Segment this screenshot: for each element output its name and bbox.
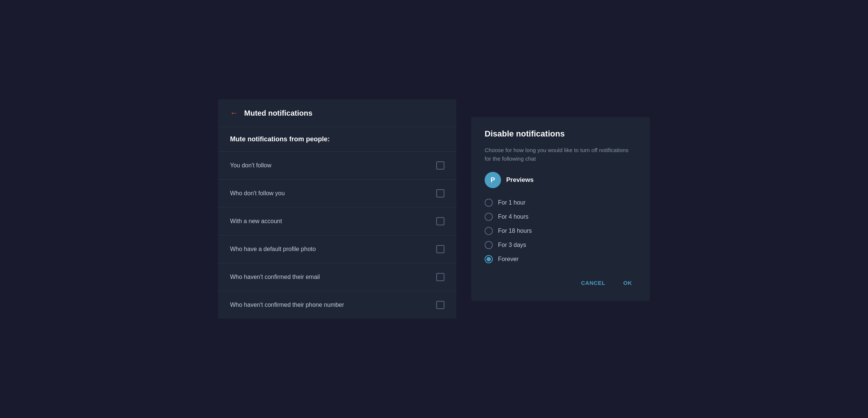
disable-title: Disable notifications (485, 129, 636, 139)
radio-options: For 1 hour For 4 hours For 18 hours For … (485, 199, 636, 263)
mute-item-2[interactable]: With a new account (218, 208, 456, 235)
mute-checkbox-3[interactable] (436, 245, 444, 253)
chat-preview: P Previews (485, 172, 636, 188)
mute-item-0[interactable]: You don't follow (218, 152, 456, 180)
mute-checkbox-2[interactable] (436, 217, 444, 225)
radio-circle-2[interactable] (485, 227, 493, 235)
dialog-buttons: CANCEL OK (485, 277, 636, 289)
mute-item-3[interactable]: Who have a default profile photo (218, 235, 456, 263)
radio-inner-4 (486, 257, 491, 261)
radio-label-1: For 4 hours (498, 213, 529, 220)
radio-circle-1[interactable] (485, 213, 493, 221)
mute-item-1[interactable]: Who don't follow you (218, 180, 456, 208)
muted-notifications-panel: ← Muted notifications Mute notifications… (218, 99, 456, 319)
radio-label-3: For 3 days (498, 242, 526, 248)
radio-label-0: For 1 hour (498, 199, 526, 206)
back-arrow-icon[interactable]: ← (230, 108, 238, 118)
disable-subtitle: Choose for how long you would like to tu… (485, 146, 636, 163)
avatar: P (485, 172, 501, 188)
radio-item-2[interactable]: For 18 hours (485, 227, 636, 235)
mute-item-5[interactable]: Who haven't confirmed their phone number (218, 291, 456, 319)
mute-item-label-2: With a new account (230, 218, 282, 225)
radio-item-4[interactable]: Forever (485, 255, 636, 263)
radio-item-3[interactable]: For 3 days (485, 241, 636, 249)
mute-checkbox-0[interactable] (436, 161, 444, 170)
mute-item-label-4: Who haven't confirmed their email (230, 274, 320, 280)
radio-circle-0[interactable] (485, 199, 493, 207)
radio-item-0[interactable]: For 1 hour (485, 199, 636, 207)
radio-item-1[interactable]: For 4 hours (485, 213, 636, 221)
mute-item-label-0: You don't follow (230, 162, 271, 169)
mute-checkbox-5[interactable] (436, 301, 444, 309)
mute-item-4[interactable]: Who haven't confirmed their email (218, 263, 456, 291)
chat-name: Previews (506, 176, 534, 184)
muted-header: ← Muted notifications (218, 99, 456, 127)
cancel-button[interactable]: CANCEL (577, 277, 610, 289)
muted-title: Muted notifications (244, 109, 312, 118)
mute-item-label-1: Who don't follow you (230, 190, 285, 197)
ok-button[interactable]: OK (619, 277, 637, 289)
muted-section-label: Mute notifications from people: (218, 127, 456, 152)
disable-notifications-panel: Disable notifications Choose for how lon… (471, 117, 650, 301)
radio-label-2: For 18 hours (498, 228, 532, 234)
mute-checkbox-4[interactable] (436, 273, 444, 281)
mute-checkbox-1[interactable] (436, 189, 444, 197)
mute-item-label-3: Who have a default profile photo (230, 246, 316, 253)
mute-item-label-5: Who haven't confirmed their phone number (230, 302, 344, 308)
radio-circle-3[interactable] (485, 241, 493, 249)
radio-label-4: Forever (498, 256, 518, 263)
radio-circle-4[interactable] (485, 255, 493, 263)
